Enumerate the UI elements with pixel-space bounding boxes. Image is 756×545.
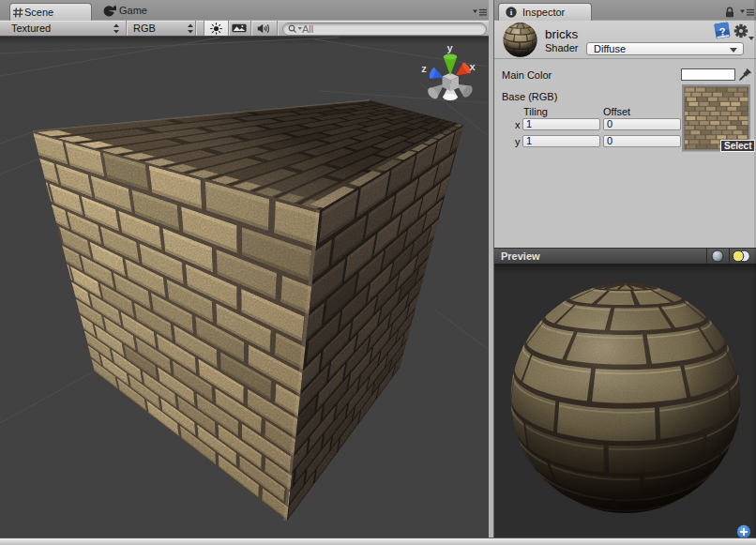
svg-text:x: x (469, 61, 476, 72)
svg-text:Select: Select (724, 141, 752, 151)
svg-text:y: y (446, 42, 453, 53)
svg-text:z: z (421, 63, 427, 74)
